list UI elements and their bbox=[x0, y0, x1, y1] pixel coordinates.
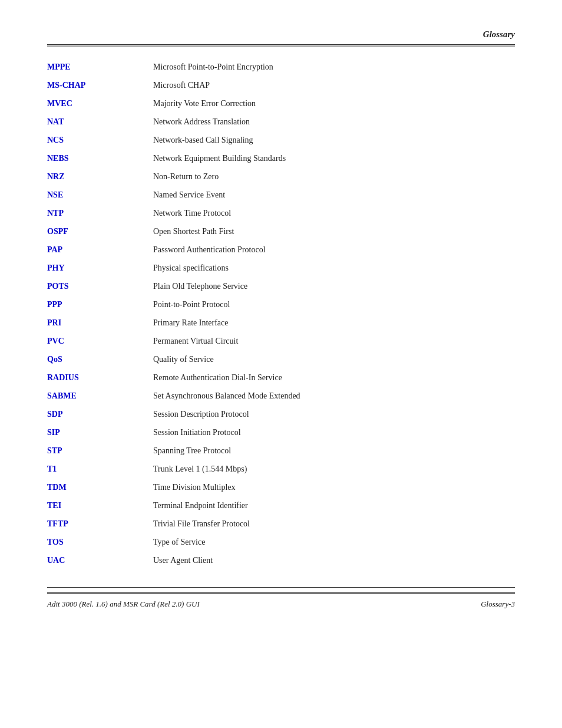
abbreviation-cell: QoS bbox=[47, 350, 153, 368]
table-row: QoSQuality of Service bbox=[47, 350, 515, 368]
table-row: TEITerminal Endpoint Identifier bbox=[47, 496, 515, 515]
abbreviation-cell: TEI bbox=[47, 496, 153, 515]
abbreviation-cell: SDP bbox=[47, 405, 153, 423]
abbreviation-cell: POTS bbox=[47, 277, 153, 295]
table-row: TFTPTrivial File Transfer Protocol bbox=[47, 515, 515, 533]
top-rule-thin bbox=[47, 47, 515, 47]
table-row: PPPPoint-to-Point Protocol bbox=[47, 295, 515, 314]
table-row: MPPEMicrosoft Point-to-Point Encryption bbox=[47, 58, 515, 76]
bottom-rule-thin bbox=[47, 587, 515, 588]
abbreviation-cell: TOS bbox=[47, 533, 153, 551]
table-row: MS-CHAPMicrosoft CHAP bbox=[47, 76, 515, 94]
top-rule-thick bbox=[47, 44, 515, 45]
definition-cell: Spanning Tree Protocol bbox=[153, 442, 515, 460]
definition-cell: Permanent Virtual Circuit bbox=[153, 332, 515, 350]
abbreviation-cell: MS-CHAP bbox=[47, 76, 153, 94]
definition-cell: Microsoft CHAP bbox=[153, 76, 515, 94]
abbreviation-cell: STP bbox=[47, 442, 153, 460]
abbreviation-cell: TDM bbox=[47, 478, 153, 496]
abbreviation-cell: TFTP bbox=[47, 515, 153, 533]
glossary-table: MPPEMicrosoft Point-to-Point EncryptionM… bbox=[47, 58, 515, 569]
abbreviation-cell: NSE bbox=[47, 186, 153, 204]
abbreviation-cell: UAC bbox=[47, 551, 153, 569]
page-container: Glossary MPPEMicrosoft Point-to-Point En… bbox=[0, 0, 562, 728]
abbreviation-cell: MPPE bbox=[47, 58, 153, 76]
abbreviation-cell: PRI bbox=[47, 314, 153, 332]
abbreviation-cell: SIP bbox=[47, 423, 153, 442]
definition-cell: Terminal Endpoint Identifier bbox=[153, 496, 515, 515]
table-row: SABMESet Asynchronous Balanced Mode Exte… bbox=[47, 387, 515, 405]
table-row: NTPNetwork Time Protocol bbox=[47, 204, 515, 222]
table-row: MVECMajority Vote Error Correction bbox=[47, 94, 515, 113]
bottom-rule-thick bbox=[47, 592, 515, 594]
table-row: SDPSession Description Protocol bbox=[47, 405, 515, 423]
table-row: SIPSession Initiation Protocol bbox=[47, 423, 515, 442]
definition-cell: Remote Authentication Dial-In Service bbox=[153, 368, 515, 387]
definition-cell: Time Division Multiplex bbox=[153, 478, 515, 496]
table-row: NSENamed Service Event bbox=[47, 186, 515, 204]
table-row: OSPFOpen Shortest Path First bbox=[47, 222, 515, 241]
table-row: PHYPhysical specifications bbox=[47, 259, 515, 277]
table-row: NCSNetwork-based Call Signaling bbox=[47, 131, 515, 149]
header-title: Glossary bbox=[483, 29, 515, 39]
footer-left: Adit 3000 (Rel. 1.6) and MSR Card (Rel 2… bbox=[47, 599, 200, 609]
table-row: POTSPlain Old Telephone Service bbox=[47, 277, 515, 295]
definition-cell: Open Shortest Path First bbox=[153, 222, 515, 241]
table-row: TOSType of Service bbox=[47, 533, 515, 551]
abbreviation-cell: SABME bbox=[47, 387, 153, 405]
definition-cell: Network-based Call Signaling bbox=[153, 131, 515, 149]
abbreviation-cell: NTP bbox=[47, 204, 153, 222]
table-row: PAPPassword Authentication Protocol bbox=[47, 241, 515, 259]
abbreviation-cell: RADIUS bbox=[47, 368, 153, 387]
definition-cell: Session Initiation Protocol bbox=[153, 423, 515, 442]
page-header: Glossary bbox=[47, 29, 515, 39]
definition-cell: Named Service Event bbox=[153, 186, 515, 204]
abbreviation-cell: T1 bbox=[47, 460, 153, 478]
definition-cell: Network Time Protocol bbox=[153, 204, 515, 222]
definition-cell: Type of Service bbox=[153, 533, 515, 551]
definition-cell: Session Description Protocol bbox=[153, 405, 515, 423]
page-footer: Adit 3000 (Rel. 1.6) and MSR Card (Rel 2… bbox=[47, 599, 515, 609]
abbreviation-cell: NCS bbox=[47, 131, 153, 149]
abbreviation-cell: PAP bbox=[47, 241, 153, 259]
definition-cell: Microsoft Point-to-Point Encryption bbox=[153, 58, 515, 76]
table-row: NATNetwork Address Translation bbox=[47, 113, 515, 131]
abbreviation-cell: NRZ bbox=[47, 167, 153, 186]
abbreviation-cell: PHY bbox=[47, 259, 153, 277]
definition-cell: Network Equipment Building Standards bbox=[153, 149, 515, 167]
definition-cell: User Agent Client bbox=[153, 551, 515, 569]
definition-cell: Password Authentication Protocol bbox=[153, 241, 515, 259]
table-row: T1Trunk Level 1 (1.544 Mbps) bbox=[47, 460, 515, 478]
table-row: TDMTime Division Multiplex bbox=[47, 478, 515, 496]
abbreviation-cell: PPP bbox=[47, 295, 153, 314]
abbreviation-cell: NEBS bbox=[47, 149, 153, 167]
definition-cell: Primary Rate Interface bbox=[153, 314, 515, 332]
table-row: STPSpanning Tree Protocol bbox=[47, 442, 515, 460]
table-row: PVCPermanent Virtual Circuit bbox=[47, 332, 515, 350]
definition-cell: Point-to-Point Protocol bbox=[153, 295, 515, 314]
definition-cell: Network Address Translation bbox=[153, 113, 515, 131]
abbreviation-cell: OSPF bbox=[47, 222, 153, 241]
definition-cell: Quality of Service bbox=[153, 350, 515, 368]
table-row: RADIUSRemote Authentication Dial-In Serv… bbox=[47, 368, 515, 387]
footer-right: Glossary-3 bbox=[481, 599, 515, 609]
definition-cell: Non-Return to Zero bbox=[153, 167, 515, 186]
table-row: PRIPrimary Rate Interface bbox=[47, 314, 515, 332]
definition-cell: Trunk Level 1 (1.544 Mbps) bbox=[153, 460, 515, 478]
definition-cell: Trivial File Transfer Protocol bbox=[153, 515, 515, 533]
abbreviation-cell: MVEC bbox=[47, 94, 153, 113]
definition-cell: Plain Old Telephone Service bbox=[153, 277, 515, 295]
definition-cell: Majority Vote Error Correction bbox=[153, 94, 515, 113]
abbreviation-cell: NAT bbox=[47, 113, 153, 131]
table-row: NEBSNetwork Equipment Building Standards bbox=[47, 149, 515, 167]
table-row: NRZNon-Return to Zero bbox=[47, 167, 515, 186]
definition-cell: Physical specifications bbox=[153, 259, 515, 277]
table-row: UACUser Agent Client bbox=[47, 551, 515, 569]
definition-cell: Set Asynchronous Balanced Mode Extended bbox=[153, 387, 515, 405]
abbreviation-cell: PVC bbox=[47, 332, 153, 350]
